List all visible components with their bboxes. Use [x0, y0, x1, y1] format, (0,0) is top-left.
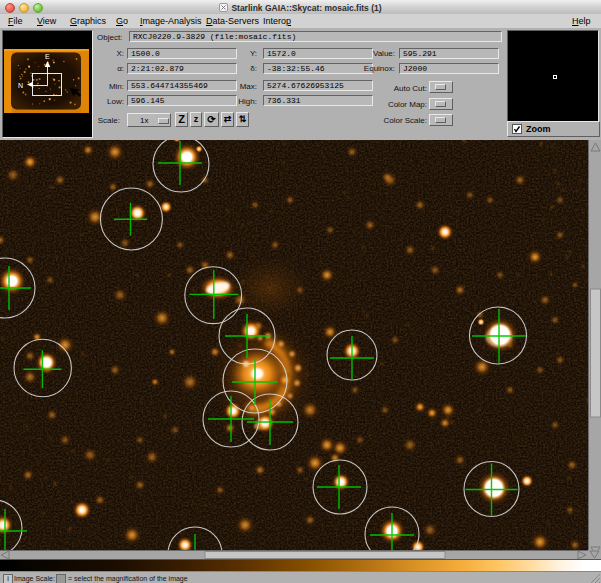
svg-text:E: E — [45, 53, 50, 60]
svg-text:N: N — [18, 82, 23, 89]
